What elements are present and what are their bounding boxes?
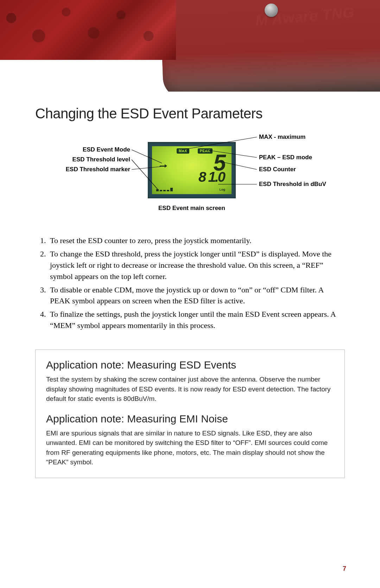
callout-peak: PEAK – ESD mode xyxy=(259,154,312,161)
red-texture-band xyxy=(0,0,176,60)
note-body-emi: EMI are spurious signals that are simila… xyxy=(46,428,334,467)
instruction-step: To disable or enable CDM, move the joyst… xyxy=(48,284,345,307)
page-content: Changing the ESD Event Parameters ESD Ev… xyxy=(35,106,345,478)
page-number: 7 xyxy=(343,565,346,572)
note-heading-esd: Application note: Measuring ESD Events xyxy=(46,359,334,371)
lcd-log-label: Log xyxy=(220,188,226,191)
lcd-screen: MAX PEAK 5 8 1.0 Log xyxy=(152,146,232,194)
instruction-list: To reset the ESD counter to zero, press … xyxy=(35,235,345,331)
instruction-step: To change the ESD threshold, press the j… xyxy=(48,248,345,282)
lcd-bar-icon xyxy=(156,188,173,191)
lcd-frame: MAX PEAK 5 8 1.0 Log xyxy=(148,142,236,198)
instruction-step: To finalize the settings, push the joyst… xyxy=(48,309,345,331)
lcd-badge-max: MAX xyxy=(177,148,189,154)
callout-esd-event-mode: ESD Event Mode xyxy=(56,146,130,153)
header-decoration: M Aware TNG xyxy=(0,0,380,92)
section-title: Changing the ESD Event Parameters xyxy=(35,106,345,122)
lcd-diagram: ESD Event Mode ESD Threshold level ESD T… xyxy=(35,128,345,227)
callout-esd-threshold-dbuv: ESD Threshold in dBuV xyxy=(259,181,326,188)
callout-esd-threshold-level: ESD Threshold level xyxy=(49,156,130,163)
application-notes-box: Application note: Measuring ESD Events T… xyxy=(35,349,345,478)
note-heading-emi: Application note: Measuring EMI Noise xyxy=(46,413,334,425)
note-body-esd: Test the system by shaking the screw con… xyxy=(46,375,334,404)
lcd-threshold-value: 8 1.0 xyxy=(198,169,224,185)
callout-esd-counter: ESD Counter xyxy=(259,166,296,173)
instruction-step: To reset the ESD counter to zero, press … xyxy=(48,235,345,246)
callout-max: MAX - maximum xyxy=(259,134,305,141)
callout-esd-threshold-marker: ESD Threshold marker xyxy=(42,166,130,173)
lcd-badge-peak: PEAK xyxy=(198,148,213,154)
lcd-threshold-marker-icon xyxy=(160,166,165,167)
diagram-caption: ESD Event main screen xyxy=(148,205,236,212)
